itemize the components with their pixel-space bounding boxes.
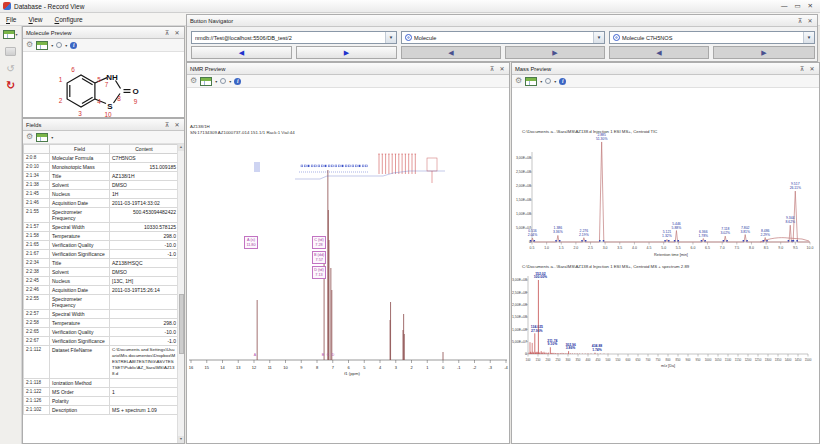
gear-icon[interactable]: ⚙: [190, 77, 197, 85]
table-row[interactable]: 2:1:118Ionization Method: [24, 379, 179, 388]
table-row[interactable]: 2:2:67Verification Significance-1.0: [24, 337, 179, 346]
fields-scrollbar[interactable]: ▲ ▼: [177, 144, 184, 443]
view-options-icon[interactable]: [56, 42, 62, 48]
gear-icon[interactable]: ⚙: [26, 133, 33, 141]
svg-text:1,50E+08: 1,50E+08: [516, 198, 531, 202]
molecule-canvas[interactable]: NH S O 6 1 2 3 4 5 7 8 9 10: [23, 52, 184, 117]
menu-view[interactable]: View: [23, 13, 49, 26]
record-table-icon[interactable]: ▾: [3, 28, 19, 40]
table-row[interactable]: 2:1:38SolventDMSO: [24, 181, 179, 190]
table-row[interactable]: 2:1:34TitleAZ138/1H: [24, 172, 179, 181]
chevron-down-icon[interactable]: ▼: [803, 32, 814, 43]
previous-item-button-1[interactable]: ◀: [401, 46, 501, 59]
table-row[interactable]: 2:1:65Verification Quality-10.0: [24, 241, 179, 250]
chevron-down-icon[interactable]: ▼: [385, 32, 396, 43]
record-path-combobox[interactable]: nmdb://Test@localhost:5506/DB_test/2 ▼: [191, 31, 397, 44]
table-row[interactable]: 2:2:46Acquisition Date2011-03-19T15:26:1…: [24, 286, 179, 295]
multiplet-label-box[interactable]: C (td)7.28: [312, 236, 326, 249]
view-options-icon[interactable]: [545, 78, 551, 84]
table-row[interactable]: 2:2:45Nucleus[13C, 1H]: [24, 277, 179, 286]
svg-text:2,50E+08: 2,50E+08: [512, 291, 527, 295]
table-row[interactable]: 2:1:46Acquisition Date2011-03-19T14:33:0…: [24, 199, 179, 208]
maximize-button[interactable]: ▭: [794, 2, 800, 10]
previous-record-button[interactable]: ◀: [191, 46, 292, 59]
scroll-up-arrow[interactable]: ▲: [178, 144, 184, 151]
item-value-2: Molecule C7H5NOS: [622, 35, 803, 41]
table-row[interactable]: 2:1:57Spectral Width10330.578125: [24, 223, 179, 232]
multiplet-label-box[interactable]: A (s)11.80: [244, 236, 258, 249]
table-row[interactable]: 2:1:67Verification Significance-1.0: [24, 250, 179, 259]
table-row[interactable]: 2:1:55Spectrometer Frequency500.45309448…: [24, 208, 179, 223]
table-row[interactable]: 2:1:45Nucleus1H: [24, 190, 179, 199]
svg-text:1500: 1500: [805, 358, 812, 362]
menu-configure[interactable]: Configure: [48, 13, 88, 26]
table-row[interactable]: 2:2:65Verification Quality-10.0: [24, 328, 179, 337]
table-icon[interactable]: [36, 133, 48, 142]
table-row[interactable]: 2:1:126Polarity: [24, 397, 179, 406]
multiplet-label-box[interactable]: B (dd)7.57: [312, 251, 326, 264]
pin-icon[interactable]: ⊼: [163, 29, 171, 37]
chevron-down-icon[interactable]: ▾: [215, 79, 217, 84]
minimize-button[interactable]: —: [781, 2, 788, 10]
menu-file[interactable]: File: [0, 13, 23, 26]
item-combobox-2[interactable]: Molecule C7H5NOS ▼: [609, 31, 815, 44]
next-record-button[interactable]: ▶: [296, 46, 397, 59]
nmr-preview-header[interactable]: NMR Preview ⊼ ✕: [187, 63, 509, 75]
close-icon[interactable]: ✕: [808, 65, 816, 73]
pin-icon[interactable]: ⊼: [798, 65, 806, 73]
next-item-button-2[interactable]: ▶: [713, 46, 815, 59]
table-row[interactable]: 2:2:58Temperature298.0: [24, 319, 179, 328]
pin-icon[interactable]: ⊼: [796, 17, 804, 25]
table-row[interactable]: 2:0:8Molecular FormulaC7H5NOS: [24, 154, 179, 163]
scrollbar-thumb[interactable]: [179, 294, 184, 354]
svg-text:350: 350: [575, 358, 580, 362]
button-navigator-header[interactable]: Button Navigator ⊼ ✕: [187, 15, 817, 27]
table-row[interactable]: 2:2:55Spectrometer Frequency: [24, 295, 179, 310]
pin-icon[interactable]: ⊼: [163, 121, 171, 129]
table-row[interactable]: 2:1:58Temperature298.0: [24, 232, 179, 241]
close-button[interactable]: ✕: [808, 2, 813, 10]
panel-title: Mass Preview: [515, 66, 551, 72]
multiplet-label-box[interactable]: D (td)7.13: [312, 266, 326, 279]
gear-icon[interactable]: ⚙: [515, 77, 522, 85]
table-icon[interactable]: [200, 77, 212, 86]
chevron-down-icon[interactable]: ▼: [593, 32, 604, 43]
mass-spectrum-canvas[interactable]: C:\Documents a...\Sara\MS\AZ138.d Inject…: [512, 88, 819, 443]
fields-header[interactable]: Fields ⊼ ✕: [23, 119, 184, 131]
table-row[interactable]: 2:2:38SolventDMSO: [24, 268, 179, 277]
item-combobox-1[interactable]: Molecule ▼: [401, 31, 605, 44]
table-row[interactable]: 2:0:10Monoisotopic Mass151.009185: [24, 163, 179, 172]
info-icon[interactable]: i: [559, 78, 566, 85]
chevron-down-icon[interactable]: ▾: [229, 79, 231, 84]
refresh-icon[interactable]: ↻: [3, 79, 19, 91]
table-row[interactable]: 2:1:122MS Order1: [24, 388, 179, 397]
table-icon[interactable]: [36, 41, 48, 50]
nmr-spectrum-canvas[interactable]: AZ138/1H SN:17134309 AZ1000737-014 151.1…: [187, 88, 509, 443]
svg-text:650: 650: [635, 358, 640, 362]
chevron-down-icon[interactable]: ▾: [65, 43, 67, 48]
scroll-down-arrow[interactable]: ▼: [178, 436, 184, 443]
chevron-down-icon[interactable]: ▾: [51, 135, 53, 140]
pin-icon[interactable]: ⊼: [488, 65, 496, 73]
table-row[interactable]: 2:2:57Spectral Width: [24, 310, 179, 319]
molecule-preview-header[interactable]: Molecule Preview ⊼ ✕: [23, 27, 184, 39]
previous-item-button-2[interactable]: ◀: [609, 46, 709, 59]
chevron-down-icon[interactable]: ▾: [554, 79, 556, 84]
view-options-icon[interactable]: [220, 78, 226, 84]
table-row[interactable]: 2:1:112Dataset FileNameC:\Documents and …: [24, 346, 179, 379]
svg-text:300: 300: [565, 358, 570, 362]
close-icon[interactable]: ✕: [173, 121, 181, 129]
chevron-down-icon[interactable]: ▾: [51, 43, 53, 48]
next-item-button-1[interactable]: ▶: [505, 46, 605, 59]
table-row[interactable]: 2:2:34TitleAZ138/HSQC: [24, 259, 179, 268]
chevron-down-icon[interactable]: ▾: [540, 79, 542, 84]
table-row[interactable]: 2:1:102DescriptionMS + spectrum 1.09: [24, 406, 179, 415]
gear-icon[interactable]: ⚙: [26, 41, 33, 49]
close-icon[interactable]: ✕: [173, 29, 181, 37]
table-icon[interactable]: [525, 77, 537, 86]
info-icon[interactable]: i: [234, 78, 241, 85]
close-icon[interactable]: ✕: [498, 65, 506, 73]
info-icon[interactable]: i: [70, 42, 77, 49]
mass-preview-header[interactable]: Mass Preview ⊼ ✕: [512, 63, 819, 75]
close-icon[interactable]: ✕: [806, 17, 814, 25]
